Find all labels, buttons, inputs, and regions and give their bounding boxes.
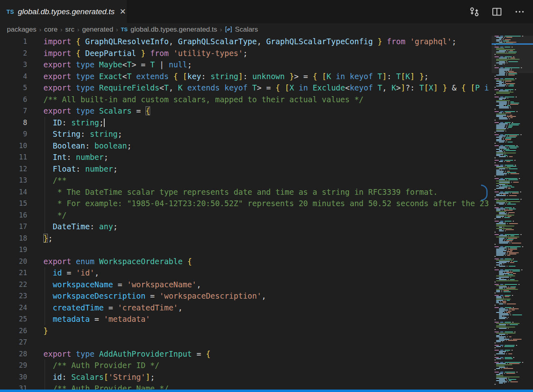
code-line[interactable]: 3export type Maybe<T> = T | null; <box>0 59 489 71</box>
code-line[interactable]: 30 id: Scalars['String']; <box>0 371 489 383</box>
line-number[interactable]: 19 <box>0 244 38 256</box>
code-text[interactable]: export enum WorkspaceOrderable { <box>38 256 192 267</box>
code-line[interactable]: 13 /** <box>0 174 489 186</box>
code-line[interactable]: 27 <box>0 336 489 348</box>
line-number[interactable]: 18 <box>0 233 38 244</box>
code-text[interactable]: Int: number; <box>38 151 108 163</box>
code-line[interactable]: 18}; <box>0 233 489 244</box>
line-number[interactable]: 7 <box>0 105 38 117</box>
code-line[interactable]: 15 * For example: "1985-04-12T23:20:50.5… <box>0 198 489 209</box>
code-line[interactable]: 23 workspaceDescription = 'workspaceDesc… <box>0 290 489 302</box>
code-text[interactable]: export type Maybe<T> = T | null; <box>38 59 192 71</box>
code-text[interactable]: /** Auth Provider ID */ <box>38 360 159 371</box>
code-line[interactable]: 2import { DeepPartial } from 'utility-ty… <box>0 47 489 59</box>
line-number[interactable]: 10 <box>0 140 38 152</box>
code-text[interactable]: export type AddAuthProviderInput = { <box>38 348 211 360</box>
tab-global-db-types[interactable]: TS global.db.types.generated.ts ✕ <box>0 0 127 23</box>
code-line[interactable]: 31 /** Auth Provider Name */ <box>0 383 489 390</box>
code-line[interactable]: 6/** All built-in and custom scalars, ma… <box>0 94 489 106</box>
code-line[interactable]: 11 Int: number; <box>0 151 489 163</box>
line-number[interactable]: 25 <box>0 313 38 325</box>
code-text[interactable]: export type Exact<T extends { [key: stri… <box>38 71 429 82</box>
code-text[interactable]: id: Scalars['String']; <box>38 371 155 383</box>
line-number[interactable]: 13 <box>0 174 38 186</box>
code-line[interactable]: 24 createdTime = 'createdTime', <box>0 302 489 314</box>
line-number[interactable]: 23 <box>0 290 38 302</box>
code-text[interactable]: import { DeepPartial } from 'utility-typ… <box>38 47 247 59</box>
code-line[interactable]: 22 workspaceName = 'workspaceName', <box>0 279 489 291</box>
close-tab-icon[interactable]: ✕ <box>120 8 126 15</box>
line-number[interactable]: 6 <box>0 94 38 106</box>
line-number[interactable]: 3 <box>0 59 38 71</box>
line-number[interactable]: 30 <box>0 371 38 383</box>
code-text[interactable]: } <box>38 325 48 337</box>
code-line[interactable]: 5export type RequireFields<T, K extends … <box>0 82 489 94</box>
code-editor[interactable]: 1import { GraphQLResolveInfo, GraphQLSca… <box>0 36 533 390</box>
breadcrumb-item-symbol[interactable]: Scalars <box>235 26 258 34</box>
code-text[interactable]: id = 'id', <box>38 267 99 279</box>
line-number[interactable]: 26 <box>0 325 38 337</box>
code-line[interactable]: 19 <box>0 244 489 256</box>
line-number[interactable]: 20 <box>0 256 38 267</box>
breadcrumb-item-generated[interactable]: generated <box>82 26 114 34</box>
line-number[interactable]: 1 <box>0 36 38 47</box>
code-line[interactable]: 14 * The DateTime scalar type represents… <box>0 186 489 198</box>
line-number[interactable]: 14 <box>0 186 38 198</box>
open-changes-icon[interactable] <box>469 6 479 17</box>
line-number[interactable]: 22 <box>0 279 38 291</box>
line-number[interactable]: 29 <box>0 360 38 371</box>
code-text[interactable] <box>38 336 43 348</box>
code-text[interactable]: export type Scalars = { <box>38 105 150 117</box>
code-line[interactable]: 17 DateTime: any; <box>0 221 489 233</box>
line-number[interactable]: 24 <box>0 302 38 314</box>
line-number[interactable]: 12 <box>0 163 38 175</box>
minimap[interactable] <box>492 36 533 390</box>
breadcrumb-item-src[interactable]: src <box>65 26 75 34</box>
code-line[interactable]: 1import { GraphQLResolveInfo, GraphQLSca… <box>0 36 489 47</box>
line-number[interactable]: 27 <box>0 336 38 348</box>
line-number[interactable]: 4 <box>0 71 38 82</box>
code-text[interactable]: * The DateTime scalar type represents da… <box>38 186 438 198</box>
more-actions-icon[interactable] <box>514 6 525 17</box>
code-line[interactable]: 10 Boolean: boolean; <box>0 140 489 152</box>
code-text[interactable]: /** Auth Provider Name */ <box>38 383 169 390</box>
code-text[interactable]: ID: string; <box>38 117 105 129</box>
line-number[interactable]: 17 <box>0 221 38 233</box>
code-text[interactable]: workspaceDescription = 'workspaceDescrip… <box>38 290 266 302</box>
code-lines[interactable]: 1import { GraphQLResolveInfo, GraphQLSca… <box>0 36 489 390</box>
line-number[interactable]: 8 <box>0 117 38 129</box>
minimap-slider[interactable] <box>492 36 533 73</box>
code-text[interactable]: DateTime: any; <box>38 221 118 233</box>
code-line[interactable]: 28export type AddAuthProviderInput = { <box>0 348 489 360</box>
line-number[interactable]: 15 <box>0 198 38 209</box>
code-text[interactable]: /** <box>38 174 67 186</box>
code-line[interactable]: 8 ID: string; <box>0 117 489 129</box>
code-text[interactable]: }; <box>38 233 53 244</box>
line-number[interactable]: 2 <box>0 47 38 59</box>
code-text[interactable]: workspaceName = 'workspaceName', <box>38 279 201 291</box>
line-number[interactable]: 21 <box>0 267 38 279</box>
code-text[interactable]: metadata = 'metadata' <box>38 313 150 325</box>
line-number[interactable]: 9 <box>0 128 38 140</box>
line-number[interactable]: 28 <box>0 348 38 360</box>
breadcrumb-item-core[interactable]: core <box>44 26 58 34</box>
code-text[interactable]: Boolean: boolean; <box>38 140 131 152</box>
line-number[interactable]: 11 <box>0 151 38 163</box>
split-editor-icon[interactable] <box>492 6 502 17</box>
code-line[interactable]: 21 id = 'id', <box>0 267 489 279</box>
code-line[interactable]: 4export type Exact<T extends { [key: str… <box>0 71 489 82</box>
code-line[interactable]: 9 String: string; <box>0 128 489 140</box>
code-line[interactable]: 16 */ <box>0 209 489 221</box>
code-line[interactable]: 12 Float: number; <box>0 163 489 175</box>
code-line[interactable]: 20export enum WorkspaceOrderable { <box>0 256 489 267</box>
line-number[interactable]: 16 <box>0 209 38 221</box>
code-line[interactable]: 26} <box>0 325 489 337</box>
code-text[interactable]: String: string; <box>38 128 123 140</box>
code-text[interactable]: import { GraphQLResolveInfo, GraphQLScal… <box>38 36 456 47</box>
code-line[interactable]: 7export type Scalars = { <box>0 105 489 117</box>
code-text[interactable]: Float: number; <box>38 163 118 175</box>
breadcrumb-item-packages[interactable]: packages <box>7 26 37 34</box>
line-number[interactable]: 31 <box>0 383 38 390</box>
code-text[interactable]: */ <box>38 209 67 221</box>
breadcrumb-item-file[interactable]: global.db.types.generated.ts <box>131 26 217 34</box>
